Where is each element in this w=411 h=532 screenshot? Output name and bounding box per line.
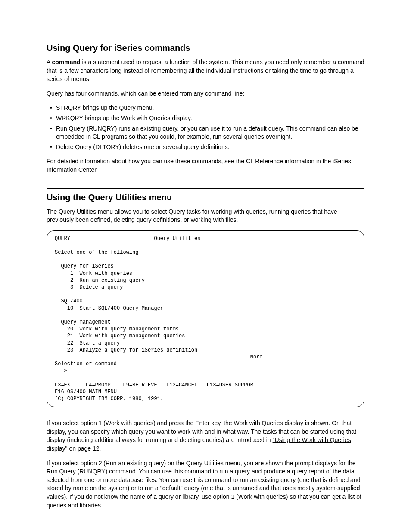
text-b: is a statement used to request a functio…: [47, 59, 364, 82]
section-heading-utilities-menu: Using the Query Utilities menu: [47, 191, 364, 203]
command-list: STRQRY brings up the Query menu. WRKQRY …: [47, 104, 364, 151]
paragraph-option-2: If you select option 2 (Run an existing …: [47, 459, 364, 510]
terminal-screen: QUERY Query Utilities Select one of the …: [47, 230, 364, 408]
paragraph-utilities-intro: The Query Utilities menu allows you to s…: [47, 208, 364, 224]
paragraph-detailed-info: For detailed information about how you c…: [47, 157, 364, 174]
section-heading-commands: Using Query for iSeries commands: [47, 42, 364, 54]
bold-command: command: [52, 59, 80, 65]
paragraph-option-1: If you select option 1 (Work with querie…: [47, 419, 364, 453]
text-b: .: [100, 445, 101, 452]
paragraph-command-definition: A command is a statement used to request…: [47, 58, 364, 84]
list-item: Run Query (RUNQRY) runs an existing quer…: [47, 124, 364, 141]
paragraph-four-commands: Query has four commands, which can be en…: [47, 90, 364, 98]
list-item: Delete Query (DLTQRY) deletes one or sev…: [47, 143, 364, 152]
list-item: WRKQRY brings up the Work with Queries d…: [47, 114, 364, 123]
list-item: STRQRY brings up the Query menu.: [47, 104, 364, 112]
text-a: A: [47, 59, 52, 65]
